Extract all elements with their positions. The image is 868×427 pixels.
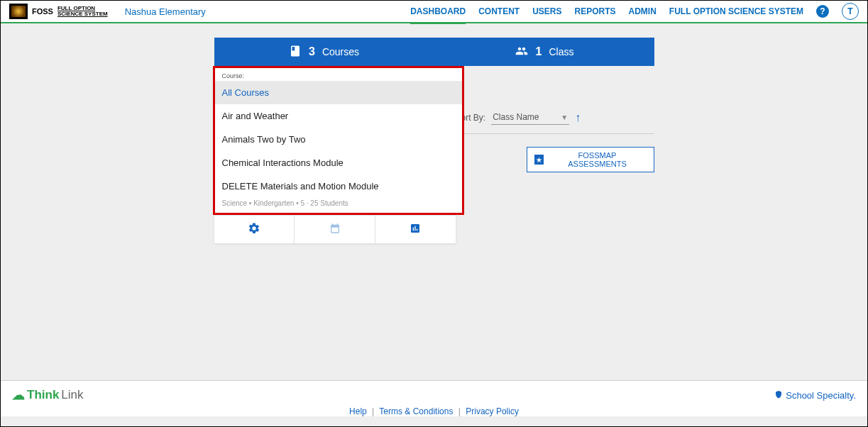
calendar-button[interactable] <box>295 216 375 243</box>
nav-content[interactable]: CONTENT <box>478 6 520 16</box>
school-name-link[interactable]: Nashua Elementary <box>125 6 206 17</box>
dropdown-item-chemical[interactable]: Chemical Interactions Module <box>215 151 462 174</box>
course-card: Course: All Courses Air and Weather Anim… <box>214 66 456 243</box>
card-area: Course: All Courses Air and Weather Anim… <box>214 66 654 243</box>
fossmap-label: FOSSMAP ASSESSMENTS <box>548 151 646 168</box>
logo-subtext: FULL OPTION SCIENCE SYSTEM <box>57 6 108 17</box>
footer-terms[interactable]: Terms & Conditions <box>379 406 453 416</box>
brand-link: Link <box>61 388 83 402</box>
stats-button[interactable] <box>375 216 456 243</box>
course-dropdown[interactable]: Course: All Courses Air and Weather Anim… <box>213 66 464 215</box>
main-content: 3 Courses 1 Class Course: All Courses Ai… <box>1 23 867 243</box>
nav-dashboard[interactable]: DASHBOARD <box>410 6 466 16</box>
stats-icon <box>410 223 421 237</box>
courses-label: Courses <box>322 46 359 57</box>
class-count: 1 <box>536 45 542 58</box>
footer-sep: | <box>458 406 461 416</box>
dropdown-item-delete[interactable]: DELETE Materials and Motion Module <box>215 174 462 198</box>
footer-links: Help | Terms & Conditions | Privacy Poli… <box>12 406 856 416</box>
top-nav: DASHBOARD CONTENT USERS REPORTS ADMIN FU… <box>410 3 859 20</box>
star-square-icon: ★ <box>534 155 544 165</box>
fossmap-assessments-button[interactable]: ★ FOSSMAP ASSESSMENTS <box>527 147 654 172</box>
user-avatar[interactable]: T <box>842 3 859 20</box>
footer: ☁ ThinkLink School Specialty. Help | Ter… <box>1 380 867 416</box>
dropdown-label: Course: <box>215 68 462 81</box>
sort-row: Sort By: Class Name ▼ ↑ <box>456 110 654 125</box>
logo-text: FOSS <box>32 8 53 16</box>
right-controls: Sort By: Class Name ▼ ↑ ★ FOSSMAP ASSESS… <box>456 110 654 172</box>
footer-privacy[interactable]: Privacy Policy <box>466 406 519 416</box>
nav-users[interactable]: USERS <box>532 6 561 16</box>
dropdown-truncated-row: Science • Kindergarten • 5 · 25 Students <box>215 198 462 207</box>
gear-icon <box>248 222 260 238</box>
nav-foss[interactable]: FULL OPTION SCIENCE SYSTEM <box>669 6 803 16</box>
card-action-bar <box>214 215 456 243</box>
ribbon-icon <box>774 389 783 401</box>
dropdown-item-animals[interactable]: Animals Two by Two <box>215 128 462 151</box>
school-specialty-logo[interactable]: School Specialty. <box>774 389 856 401</box>
courses-count: 3 <box>309 45 315 58</box>
footer-help[interactable]: Help <box>349 406 367 416</box>
logo-sub2: SCIENCE SYSTEM <box>57 11 108 17</box>
divider <box>456 133 654 134</box>
chevron-down-icon: ▼ <box>561 113 568 121</box>
people-icon <box>515 45 529 60</box>
dropdown-list[interactable]: All Courses Air and Weather Animals Two … <box>215 81 462 198</box>
thinklink-logo[interactable]: ☁ ThinkLink <box>12 387 84 403</box>
footer-sep: | <box>372 406 374 416</box>
brand-think: Think <box>27 388 59 402</box>
nav-reports[interactable]: REPORTS <box>575 6 616 16</box>
book-icon <box>289 45 302 60</box>
foss-logo-icon <box>9 4 28 19</box>
dropdown-item-all[interactable]: All Courses <box>215 81 462 104</box>
help-icon[interactable]: ? <box>816 5 829 18</box>
tab-class[interactable]: 1 Class <box>434 38 654 66</box>
sort-direction-icon[interactable]: ↑ <box>575 111 581 124</box>
cloud-icon: ☁ <box>12 387 25 403</box>
nav-admin[interactable]: ADMIN <box>629 6 657 16</box>
sort-select[interactable]: Class Name ▼ <box>491 110 569 125</box>
class-label: Class <box>549 46 573 57</box>
logo-main: FOSS <box>32 8 53 16</box>
top-header: FOSS FULL OPTION SCIENCE SYSTEM Nashua E… <box>1 1 867 23</box>
footer-top: ☁ ThinkLink School Specialty. <box>12 385 856 405</box>
sort-value: Class Name <box>493 112 539 122</box>
calendar-icon <box>329 223 341 237</box>
settings-button[interactable] <box>214 216 295 243</box>
dropdown-item-air[interactable]: Air and Weather <box>215 104 462 128</box>
tab-courses[interactable]: 3 Courses <box>214 38 434 66</box>
school-specialty-text: School Specialty. <box>786 390 856 401</box>
tab-bar: 3 Courses 1 Class <box>214 38 654 66</box>
logo-block[interactable]: FOSS FULL OPTION SCIENCE SYSTEM <box>9 4 108 19</box>
